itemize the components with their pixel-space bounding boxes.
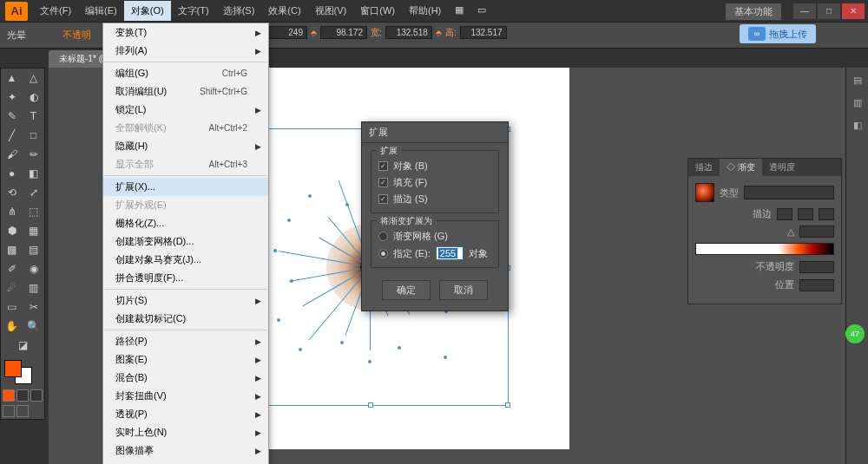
menu-item[interactable]: 图案(E)▶	[103, 350, 268, 369]
rotate-tool[interactable]: ⟲	[1, 183, 23, 202]
checkbox-stroke[interactable]: ✓描边 (S)	[378, 191, 491, 207]
scale-tool[interactable]: ⤢	[23, 183, 44, 202]
tab-transparency[interactable]: 透明度	[762, 159, 802, 176]
handle-se[interactable]	[505, 402, 510, 408]
specify-input[interactable]: 255	[436, 246, 464, 260]
gradient-type-select[interactable]	[744, 186, 834, 199]
radio-mesh[interactable]: 渐变网格 (G)	[378, 228, 491, 245]
menu-view[interactable]: 视图(V)	[308, 1, 354, 21]
menu-item[interactable]: 文本绕排(W)▶	[103, 460, 268, 464]
dock-icon-3[interactable]: ◧	[847, 114, 868, 135]
tab-gradient[interactable]: ◇ 渐变	[720, 159, 762, 176]
pen-tool[interactable]: ✎	[1, 107, 23, 126]
menu-window[interactable]: 窗口(W)	[353, 1, 402, 21]
symbol-tool[interactable]: ☄	[1, 278, 23, 297]
rect-tool[interactable]: □	[23, 126, 44, 145]
free-transform-tool[interactable]: ⬚	[23, 202, 44, 221]
stroke-align-3[interactable]	[819, 208, 834, 220]
menu-effect[interactable]: 效果(C)	[261, 1, 307, 21]
mesh-tool[interactable]: ▩	[1, 240, 23, 259]
selection-tool[interactable]: ▲	[1, 69, 23, 88]
menu-item[interactable]: 编组(G)Ctrl+G	[103, 64, 268, 82]
pencil-tool[interactable]: ✏	[23, 145, 44, 164]
checkbox-fill[interactable]: ✓填充 (F)	[378, 174, 491, 191]
draw-normal[interactable]	[3, 389, 15, 402]
y-field[interactable]: 98.172	[320, 26, 367, 39]
menu-item[interactable]: 封套扭曲(V)▶	[103, 387, 268, 405]
fill-color-chip[interactable]	[4, 360, 22, 377]
link-wh-icon[interactable]: ⬘	[436, 29, 442, 37]
cancel-button[interactable]: 取消	[439, 280, 488, 300]
gradient-tool[interactable]: ▤	[23, 240, 44, 259]
wand-tool[interactable]: ✦	[1, 88, 23, 107]
brush-tool[interactable]: 🖌	[1, 145, 23, 164]
perspective-tool[interactable]: ▦	[23, 221, 44, 240]
toggle-tool[interactable]: ◪	[1, 336, 44, 355]
direct-select-tool[interactable]: △	[23, 69, 44, 88]
gradient-slider[interactable]	[695, 243, 834, 255]
menu-item[interactable]: 取消编组(U)Shift+Ctrl+G	[103, 82, 268, 101]
opacity-link[interactable]: 不透明	[62, 29, 91, 42]
stroke-align-1[interactable]	[777, 208, 792, 220]
dock-icon-2[interactable]: ▥	[847, 92, 868, 113]
lasso-tool[interactable]: ◐	[23, 88, 44, 107]
screen-mode-1[interactable]	[3, 405, 15, 417]
menu-item[interactable]: 扩展(X)...	[103, 178, 268, 196]
eyedropper-tool[interactable]: ✐	[1, 259, 23, 278]
menu-select[interactable]: 选择(S)	[216, 1, 262, 21]
radio-specify[interactable]: 指定 (E): 255 对象	[378, 245, 491, 262]
menu-item[interactable]: 切片(S)▶	[103, 291, 268, 310]
ok-button[interactable]: 确定	[382, 280, 431, 300]
menu-item[interactable]: 创建渐变网格(D)...	[103, 232, 268, 251]
menu-help[interactable]: 帮助(H)	[402, 1, 448, 21]
hand-tool[interactable]: ✋	[1, 317, 23, 336]
width-tool[interactable]: ⋔	[1, 202, 23, 221]
dock-icon-1[interactable]: ▤	[847, 69, 868, 90]
menu-item[interactable]: 创建裁切标记(C)	[103, 310, 268, 328]
menu-extra-icon[interactable]: ▦	[448, 1, 470, 21]
menu-type[interactable]: 文字(T)	[171, 1, 216, 21]
opacity-field[interactable]	[799, 261, 834, 273]
shape-builder-tool[interactable]: ⬢	[1, 221, 23, 240]
menu-edit[interactable]: 编辑(E)	[78, 1, 124, 21]
graph-tool[interactable]: ▥	[23, 278, 44, 297]
link-xy-icon[interactable]: ⬘	[311, 29, 317, 37]
menu-item[interactable]: 透视(P)▶	[103, 405, 268, 423]
handle-s[interactable]	[368, 402, 373, 408]
blob-tool[interactable]: ●	[1, 164, 23, 183]
menu-item[interactable]: 实时上色(N)▶	[103, 423, 268, 441]
type-tool[interactable]: T	[23, 107, 44, 126]
maximize-button[interactable]: □	[818, 3, 840, 19]
blend-tool[interactable]: ◉	[23, 259, 44, 278]
menu-file[interactable]: 文件(F)	[33, 1, 78, 21]
menu-item[interactable]: 变换(T)▶	[103, 23, 268, 42]
menu-item[interactable]: 拼合透明度(F)...	[103, 269, 268, 287]
line-tool[interactable]: ╱	[1, 126, 23, 145]
menu-item[interactable]: 排列(A)▶	[103, 42, 268, 60]
menu-item[interactable]: 锁定(L)▶	[103, 101, 268, 119]
draw-inside[interactable]	[30, 389, 43, 402]
notification-badge[interactable]: 47	[845, 324, 865, 343]
menu-item[interactable]: 栅格化(Z)...	[103, 214, 268, 232]
checkbox-object[interactable]: ✓对象 (B)	[378, 158, 491, 174]
tab-stroke[interactable]: 描边	[688, 159, 720, 176]
workspace-switcher[interactable]: 基本功能	[726, 3, 781, 20]
menu-item[interactable]: 路径(P)▶	[103, 332, 268, 350]
zoom-tool[interactable]: 🔍	[23, 317, 44, 336]
color-chips[interactable]	[3, 358, 43, 384]
menu-item[interactable]: 混合(B)▶	[103, 369, 268, 387]
h-field[interactable]: 132.517	[460, 26, 507, 39]
angle-field[interactable]	[799, 225, 834, 238]
slice-tool[interactable]: ✂	[23, 297, 44, 317]
close-button[interactable]: ✕	[842, 3, 865, 19]
eraser-tool[interactable]: ◧	[23, 164, 44, 183]
minimize-button[interactable]: —	[793, 3, 816, 19]
menu-item[interactable]: 隐藏(H)▶	[103, 137, 268, 155]
w-field[interactable]: 132.518	[385, 26, 432, 39]
gradient-swatch[interactable]	[695, 183, 714, 202]
position-field[interactable]	[799, 279, 834, 291]
upload-button[interactable]: ∞ 拖拽上传	[740, 24, 816, 43]
artboard-tool[interactable]: ▭	[1, 297, 23, 317]
draw-behind[interactable]	[16, 389, 29, 402]
menu-extra-icon2[interactable]: ▭	[470, 1, 493, 21]
